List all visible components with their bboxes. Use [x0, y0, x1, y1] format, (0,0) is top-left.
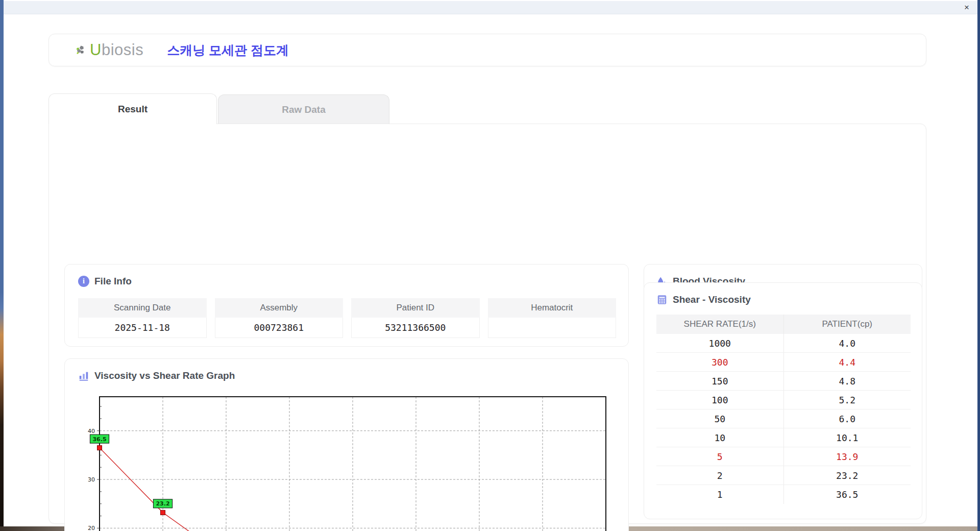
viscosity-graph-card: Viscosity vs Shear Rate Graph 1020304012…: [64, 358, 629, 531]
graph-title: Viscosity vs Shear Rate Graph: [94, 370, 235, 381]
app-title-korean: 스캐닝 모세관 점도계: [167, 42, 289, 59]
svg-text:40: 40: [88, 428, 95, 435]
table-row: 1504.8: [656, 372, 911, 391]
patient-cp-cell: 4.0: [784, 334, 911, 352]
patient-cp-cell: 5.2: [784, 391, 911, 409]
shear-viscosity-card: Shear - Viscosity SHEAR RATE(1/s)PATIENT…: [644, 282, 922, 519]
ubiosis-logo-icon: [76, 44, 87, 56]
file-info-field: Patient ID53211366500: [351, 298, 480, 338]
patient-cp-cell: 10.1: [784, 428, 911, 447]
shear-rate-cell: 2: [656, 466, 784, 485]
field-value: 2025-11-18: [78, 318, 207, 338]
svg-text:36.5: 36.5: [92, 436, 106, 443]
patient-cp-cell: 23.2: [784, 466, 911, 485]
file-info-field: Scanning Date2025-11-18: [78, 298, 207, 338]
table-row: 10004.0: [656, 334, 911, 353]
patient-cp-cell: 36.5: [784, 485, 911, 504]
header-card: Ubiosis 스캐닝 모세관 점도계: [48, 34, 926, 66]
shear-rate-cell: 1: [656, 485, 784, 504]
shear-rate-cell: 10: [656, 428, 784, 447]
table-row: 506.0: [656, 409, 911, 428]
shear-rate-cell: 1000: [656, 334, 784, 352]
logo-text: Ubiosis: [90, 41, 143, 59]
close-icon[interactable]: ×: [964, 3, 969, 13]
logo-rest: biosis: [102, 41, 143, 59]
shear-rate-cell: 300: [656, 353, 784, 371]
info-icon: i: [78, 276, 89, 287]
app-window: × Ubiosis 스캐닝 모세관 점도계 Result Raw Data: [4, 0, 977, 526]
shear-viscosity-table: SHEAR RATE(1/s)PATIENT(cp)10004.03004.41…: [656, 315, 911, 504]
patient-cp-cell: 4.4: [784, 353, 911, 371]
field-value: 000723861: [215, 318, 344, 338]
logo-letter-u: U: [90, 41, 102, 59]
patient-cp-cell: 6.0: [784, 409, 911, 428]
field-value: [488, 318, 617, 338]
bar-chart-icon: [78, 370, 89, 381]
patient-cp-cell: 13.9: [784, 447, 911, 466]
ubiosis-logo: Ubiosis: [76, 41, 143, 59]
viscosity-chart: 102030401251050100150300100036.523.213.9…: [84, 393, 621, 531]
column-header: PATIENT(cp): [784, 315, 911, 334]
table-row: 1010.1: [656, 428, 911, 447]
field-label: Assembly: [215, 298, 344, 318]
window-titlebar: ×: [4, 1, 977, 14]
table-row: 513.9: [656, 447, 911, 466]
file-info-field: Assembly000723861: [215, 298, 344, 338]
table-header-row: SHEAR RATE(1/s)PATIENT(cp): [656, 315, 911, 334]
table-row: 1005.2: [656, 391, 911, 409]
field-label: Patient ID: [351, 298, 480, 318]
shear-rate-cell: 50: [656, 409, 784, 428]
patient-cp-cell: 4.8: [784, 372, 911, 390]
field-value: 53211366500: [351, 318, 480, 338]
field-label: Hematocrit: [488, 298, 617, 318]
svg-text:23.2: 23.2: [156, 500, 169, 507]
file-info-field: Hematocrit: [488, 298, 617, 338]
svg-text:30: 30: [88, 476, 95, 483]
shear-rate-cell: 5: [656, 447, 784, 466]
shear-rate-cell: 150: [656, 372, 784, 390]
file-info-fields: Scanning Date2025-11-18Assembly000723861…: [78, 298, 616, 338]
field-label: Scanning Date: [78, 298, 207, 318]
table-grid-icon: [656, 294, 668, 305]
desktop-edge-right: [977, 0, 980, 531]
file-info-card: i File Info Scanning Date2025-11-18Assem…: [64, 264, 629, 347]
svg-text:20: 20: [88, 525, 95, 531]
table-row: 223.2: [656, 466, 911, 485]
result-panel: i File Info Scanning Date2025-11-18Assem…: [48, 124, 926, 524]
shear-rate-cell: 100: [656, 391, 784, 409]
file-info-title: File Info: [94, 276, 132, 287]
tab-raw-data[interactable]: Raw Data: [218, 94, 389, 124]
shear-viscosity-title: Shear - Viscosity: [673, 294, 751, 305]
table-row: 3004.4: [656, 353, 911, 372]
screen: × Ubiosis 스캐닝 모세관 점도계 Result Raw Data: [0, 0, 980, 531]
desktop-edge-left: [0, 0, 4, 531]
table-row: 136.5: [656, 485, 911, 504]
tab-result[interactable]: Result: [48, 93, 217, 124]
column-header: SHEAR RATE(1/s): [656, 315, 784, 334]
